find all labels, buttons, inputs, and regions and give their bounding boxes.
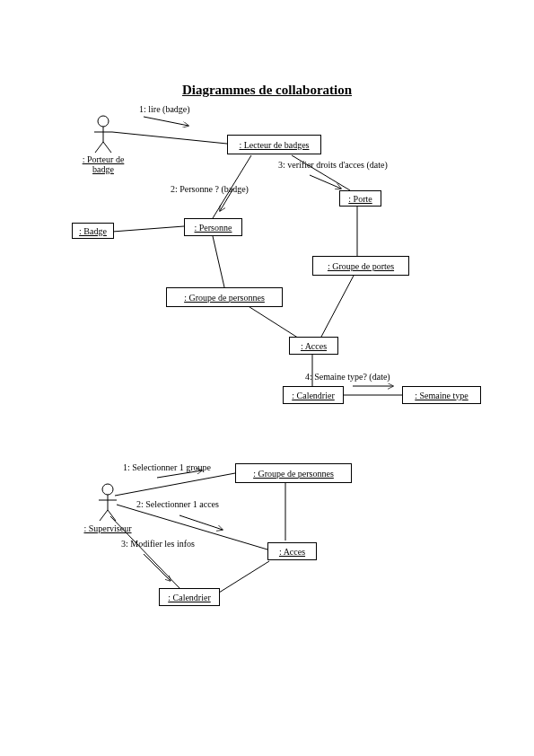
message-label: 3: Modifier les infos [121,539,195,549]
svg-line-14 [247,305,303,341]
svg-line-3 [95,142,103,153]
svg-line-31 [219,561,269,593]
object-groupe-personnes: : Groupe de personnes [166,287,283,307]
svg-line-29 [144,554,171,581]
svg-line-6 [144,117,188,126]
object-acces: : Acces [289,337,338,355]
message-label: 2: Selectionner 1 acces [136,499,219,509]
actor-icon [99,484,117,521]
object-lecteur: : Lecteur de badges [227,135,321,154]
svg-point-0 [98,116,109,127]
object-calendrier: : Calendrier [283,386,344,404]
svg-line-15 [321,274,355,337]
message-label: 4: Semaine type? (date) [305,372,390,382]
message-label: 2: Personne ? (badge) [171,184,249,194]
svg-line-27 [179,515,223,530]
object-groupe-personnes-2: : Groupe de personnes [235,463,352,483]
object-calendrier-2: : Calendrier [159,588,220,606]
object-groupe-portes: : Groupe de portes [312,256,409,276]
diagram-canvas [0,0,534,756]
svg-line-12 [213,236,224,287]
svg-line-22 [100,510,108,521]
object-semaine-type: : Semaine type [402,386,481,404]
message-label: 1: Selectionner 1 groupe [123,462,211,472]
object-porte: : Porte [339,190,381,207]
object-personne: : Personne [184,218,242,236]
svg-point-19 [102,484,113,495]
svg-line-23 [108,510,116,521]
svg-line-11 [112,226,184,232]
actor-label: : Porteur de badge [77,154,129,174]
object-badge: : Badge [72,223,114,239]
svg-line-24 [115,473,235,496]
actor-label: : Superviseur [81,523,135,533]
actor-icon [94,116,112,153]
svg-line-4 [103,142,111,153]
svg-line-5 [112,132,227,144]
message-label: 1: lire (badge) [139,104,190,114]
object-acces-2: : Acces [267,542,317,560]
message-label: 3: verifier droits d'acces (date) [278,160,388,170]
